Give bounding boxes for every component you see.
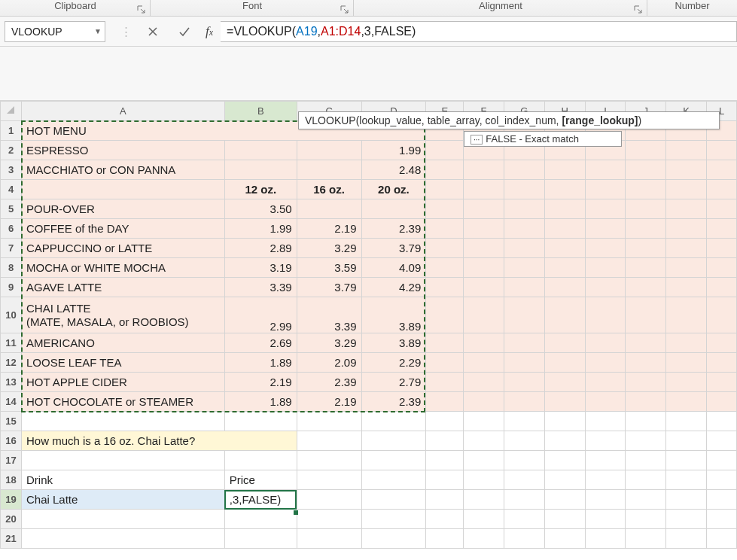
cell[interactable]: 2.09 bbox=[297, 353, 361, 373]
table-row: 11 AMERICANO 2.69 3.29 3.89 bbox=[1, 333, 737, 353]
cell[interactable]: AMERICANO bbox=[21, 333, 224, 353]
col-header-A[interactable]: A bbox=[21, 102, 224, 121]
cell[interactable]: Price bbox=[224, 470, 297, 490]
table-row: 7 CAPPUCCINO or LATTE 2.89 3.29 3.79 bbox=[1, 239, 737, 258]
table-row: 6 COFFEE of the DAY 1.99 2.19 2.39 bbox=[1, 219, 737, 239]
cell[interactable]: 3.29 bbox=[297, 239, 361, 258]
ribbon-group-clipboard: Clipboard bbox=[0, 0, 151, 16]
cell[interactable]: 3.39 bbox=[224, 278, 297, 297]
formula-bar-row: VLOOKUP ▼ ⋮ fx =VLOOKUP(A19,A1:D14,3,FAL… bbox=[0, 17, 737, 47]
cell[interactable]: 1.89 bbox=[224, 392, 297, 412]
ribbon-group-label: Font bbox=[242, 0, 262, 11]
ellipsis-icon: ··· bbox=[471, 135, 483, 145]
table-row: 2 ESPRESSO 1.99 bbox=[1, 141, 737, 160]
ribbon-group-font: Font bbox=[151, 0, 354, 16]
col-header-B[interactable]: B bbox=[224, 102, 297, 121]
table-row: 14 HOT CHOCOLATE or STEAMER 1.89 2.19 2.… bbox=[1, 392, 737, 412]
table-row: 21 bbox=[1, 529, 737, 549]
cell[interactable]: MACCHIATO or CON PANNA bbox=[21, 160, 224, 180]
dialog-launcher-icon[interactable] bbox=[340, 5, 349, 14]
cell[interactable]: 3.39 bbox=[297, 297, 361, 333]
cell[interactable]: 1.99 bbox=[224, 219, 297, 239]
cell[interactable]: 20 oz. bbox=[361, 180, 426, 199]
table-row: 16 How much is a 16 oz. Chai Latte? bbox=[1, 431, 737, 451]
table-row: 18 Drink Price bbox=[1, 470, 737, 490]
cell[interactable]: 2.39 bbox=[361, 392, 426, 412]
cell[interactable]: CAPPUCCINO or LATTE bbox=[21, 239, 224, 258]
fx-icon[interactable]: fx bbox=[206, 24, 213, 39]
cell[interactable]: 2.39 bbox=[297, 373, 361, 392]
table-row: 4 12 oz. 16 oz. 20 oz. bbox=[1, 180, 737, 199]
intellisense-item[interactable]: ···FALSE - Exact match bbox=[464, 131, 622, 147]
cell[interactable]: 2.19 bbox=[224, 373, 297, 392]
cell[interactable]: 2.19 bbox=[297, 392, 361, 412]
cell[interactable]: Drink bbox=[21, 470, 224, 490]
formula-ref2: A1:D14 bbox=[321, 25, 361, 38]
cell[interactable]: 3.29 bbox=[297, 333, 361, 353]
cell[interactable]: 2.19 bbox=[297, 219, 361, 239]
cell[interactable]: 4.09 bbox=[361, 258, 426, 278]
table-row: 12 LOOSE LEAF TEA 1.89 2.09 2.29 bbox=[1, 353, 737, 373]
name-box-value: VLOOKUP bbox=[5, 26, 91, 38]
table-row: 8 MOCHA or WHITE MOCHA 3.19 3.59 4.09 bbox=[1, 258, 737, 278]
cell[interactable]: 2.69 bbox=[224, 333, 297, 353]
cell[interactable]: HOT CHOCOLATE or STEAMER bbox=[21, 392, 224, 412]
formula-bar-controls: ⋮ fx bbox=[120, 21, 213, 42]
cell[interactable]: 2.29 bbox=[361, 353, 426, 373]
cell[interactable]: 2.89 bbox=[224, 239, 297, 258]
cell[interactable]: 3.50 bbox=[224, 199, 297, 219]
cell[interactable]: 3.59 bbox=[297, 258, 361, 278]
cell[interactable]: CHAI LATTE(MATE, MASALA, or ROOBIOS) bbox=[21, 297, 224, 333]
table-row: 19 Chai Latte ,3,FALSE) bbox=[1, 490, 737, 510]
cell[interactable]: 3.89 bbox=[361, 297, 426, 333]
cell[interactable]: 3.19 bbox=[224, 258, 297, 278]
function-tooltip[interactable]: VLOOKUP(lookup_value, table_array, col_i… bbox=[298, 111, 720, 129]
cell[interactable]: 2.39 bbox=[361, 219, 426, 239]
cell[interactable]: 1.99 bbox=[361, 141, 426, 160]
cell-B19-active[interactable]: ,3,FALSE) bbox=[224, 490, 297, 510]
cell[interactable]: 12 oz. bbox=[224, 180, 297, 199]
ribbon-group-number: Number bbox=[647, 0, 737, 16]
cell[interactable]: 3.89 bbox=[361, 333, 426, 353]
cell[interactable]: How much is a 16 oz. Chai Latte? bbox=[21, 431, 297, 451]
cell[interactable]: 3.79 bbox=[297, 278, 361, 297]
cell[interactable]: 4.29 bbox=[361, 278, 426, 297]
cell[interactable]: LOOSE LEAF TEA bbox=[21, 353, 224, 373]
ribbon-group-label: Clipboard bbox=[54, 0, 96, 11]
chevron-down-icon[interactable]: ▼ bbox=[91, 27, 105, 35]
cell[interactable]: 2.99 bbox=[224, 297, 297, 333]
cell[interactable]: COFFEE of the DAY bbox=[21, 219, 224, 239]
formula-bar-expansion bbox=[0, 47, 737, 101]
fill-handle[interactable] bbox=[294, 510, 298, 515]
cell[interactable]: MOCHA or WHITE MOCHA bbox=[21, 258, 224, 278]
dialog-launcher-icon[interactable] bbox=[634, 5, 643, 14]
table-row: 10 CHAI LATTE(MATE, MASALA, or ROOBIOS) … bbox=[1, 297, 737, 333]
formula-bar[interactable]: =VLOOKUP(A19,A1:D14,3,FALSE) bbox=[221, 21, 737, 42]
spreadsheet-grid[interactable]: A B C D E F G H I J K L 1 HOT MENU 2 ESP… bbox=[0, 101, 737, 549]
table-row: 13 HOT APPLE CIDER 2.19 2.39 2.79 bbox=[1, 373, 737, 392]
cell[interactable]: ESPRESSO bbox=[21, 141, 224, 160]
cell-A19[interactable]: Chai Latte bbox=[21, 490, 224, 510]
cell[interactable]: 2.48 bbox=[361, 160, 426, 180]
table-row: 3 MACCHIATO or CON PANNA 2.48 bbox=[1, 160, 737, 180]
table-row: 5 POUR-OVER 3.50 bbox=[1, 199, 737, 219]
cell[interactable]: 2.79 bbox=[361, 373, 426, 392]
table-row: 9 AGAVE LATTE 3.39 3.79 4.29 bbox=[1, 278, 737, 297]
tooltip-bold: [range_lookup] bbox=[562, 114, 638, 126]
table-row: 15 bbox=[1, 412, 737, 431]
cell[interactable]: 3.79 bbox=[361, 239, 426, 258]
cell[interactable]: POUR-OVER bbox=[21, 199, 224, 219]
enter-edit-button[interactable] bbox=[174, 21, 195, 42]
tooltip-text: VLOOKUP(lookup_value, table_array, col_i… bbox=[305, 114, 562, 126]
cell[interactable]: HOT APPLE CIDER bbox=[21, 373, 224, 392]
cancel-edit-button[interactable] bbox=[142, 21, 163, 42]
table-row: 17 bbox=[1, 451, 737, 470]
ribbon-group-label: Alignment bbox=[479, 0, 522, 11]
formula-ref1: A19 bbox=[296, 25, 317, 38]
cell[interactable]: AGAVE LATTE bbox=[21, 278, 224, 297]
dialog-launcher-icon[interactable] bbox=[137, 5, 146, 14]
select-all-triangle[interactable] bbox=[1, 102, 22, 121]
cell[interactable]: 16 oz. bbox=[297, 180, 361, 199]
name-box[interactable]: VLOOKUP ▼ bbox=[5, 21, 105, 42]
cell[interactable]: 1.89 bbox=[224, 353, 297, 373]
